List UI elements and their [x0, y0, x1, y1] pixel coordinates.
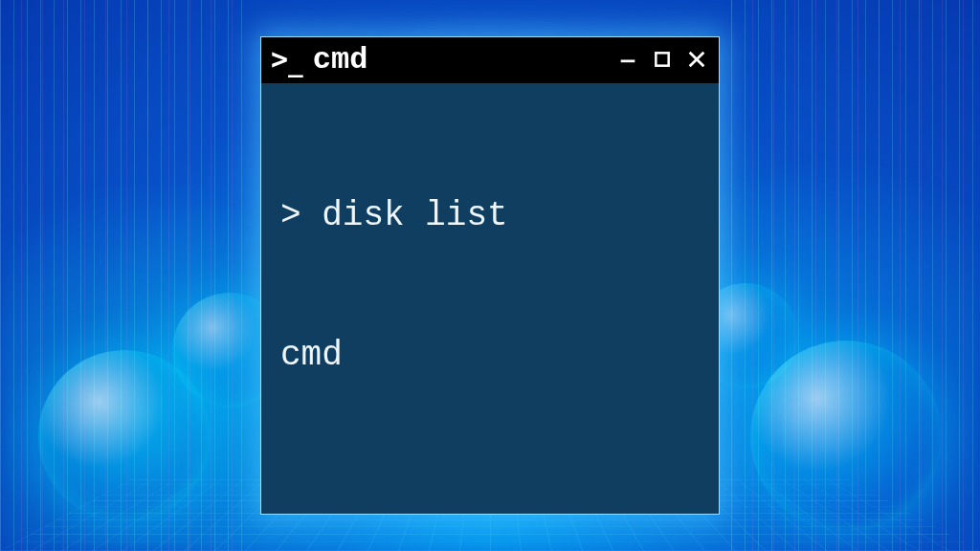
terminal-line: > disk list	[280, 193, 700, 240]
terminal-prompt-icon: >_	[271, 45, 303, 74]
maximize-button[interactable]	[650, 47, 675, 72]
terminal-window: >_ cmd > disk list cmd	[260, 36, 720, 515]
terminal-line: cmd	[280, 333, 700, 380]
close-button[interactable]	[684, 47, 709, 72]
minimize-button[interactable]	[615, 47, 640, 72]
window-title: cmd	[313, 42, 368, 77]
minimize-icon	[617, 49, 638, 70]
terminal-body[interactable]: > disk list cmd	[261, 83, 719, 514]
maximize-icon	[653, 50, 672, 69]
window-controls	[615, 47, 709, 72]
svg-rect-1	[656, 53, 668, 65]
close-icon	[686, 49, 707, 70]
titlebar[interactable]: >_ cmd	[261, 37, 719, 83]
